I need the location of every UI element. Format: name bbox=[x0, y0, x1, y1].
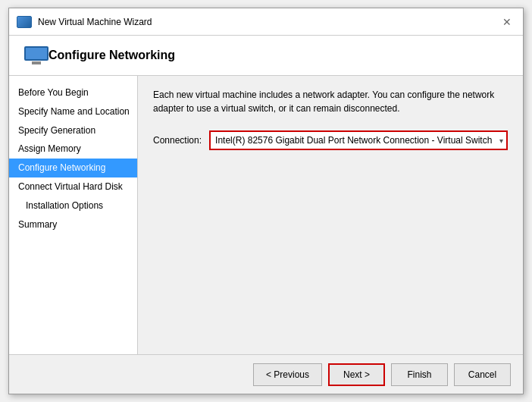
window-icon bbox=[17, 16, 32, 28]
sidebar-item-assign-memory[interactable]: Assign Memory bbox=[9, 140, 137, 159]
connection-row: Connection: Intel(R) 82576 Gigabit Dual … bbox=[153, 130, 508, 150]
sidebar-item-configure-networking[interactable]: Configure Networking bbox=[9, 159, 137, 177]
right-content: Each new virtual machine includes a netw… bbox=[138, 76, 523, 354]
wizard-window: New Virtual Machine Wizard ✕ Configure N… bbox=[8, 8, 524, 394]
sidebar-item-connect-vhd[interactable]: Connect Virtual Hard Disk bbox=[9, 177, 137, 196]
sidebar-item-specify-generation[interactable]: Specify Generation bbox=[9, 121, 137, 140]
connection-dropdown-wrapper: Intel(R) 82576 Gigabit Dual Port Network… bbox=[209, 130, 508, 150]
cancel-button[interactable]: Cancel bbox=[454, 363, 511, 386]
sidebar: Before You BeginSpecify Name and Locatio… bbox=[9, 76, 138, 354]
page-title: Configure Networking bbox=[49, 49, 175, 62]
connection-dropdown[interactable]: Intel(R) 82576 Gigabit Dual Port Network… bbox=[209, 130, 508, 150]
window-title: New Virtual Machine Wizard bbox=[38, 17, 499, 27]
close-button[interactable]: ✕ bbox=[499, 14, 515, 30]
finish-button[interactable]: Finish bbox=[391, 363, 448, 386]
sidebar-item-installation-options[interactable]: Installation Options bbox=[9, 196, 137, 215]
title-bar: New Virtual Machine Wizard ✕ bbox=[9, 8, 523, 36]
connection-label: Connection: bbox=[153, 135, 202, 146]
description-text: Each new virtual machine includes a netw… bbox=[153, 88, 508, 115]
previous-button[interactable]: < Previous bbox=[253, 363, 322, 386]
main-layout: Before You BeginSpecify Name and Locatio… bbox=[9, 76, 523, 354]
sidebar-item-before-you-begin[interactable]: Before You Begin bbox=[9, 83, 137, 102]
sidebar-item-summary[interactable]: Summary bbox=[9, 215, 137, 234]
next-button[interactable]: Next > bbox=[328, 363, 385, 386]
footer: < Previous Next > Finish Cancel bbox=[9, 354, 523, 394]
sidebar-item-specify-name[interactable]: Specify Name and Location bbox=[9, 102, 137, 121]
monitor-stand-icon bbox=[32, 61, 41, 64]
header-icon bbox=[24, 46, 49, 64]
monitor-screen-icon bbox=[24, 46, 49, 61]
page-header: Configure Networking bbox=[9, 36, 523, 76]
